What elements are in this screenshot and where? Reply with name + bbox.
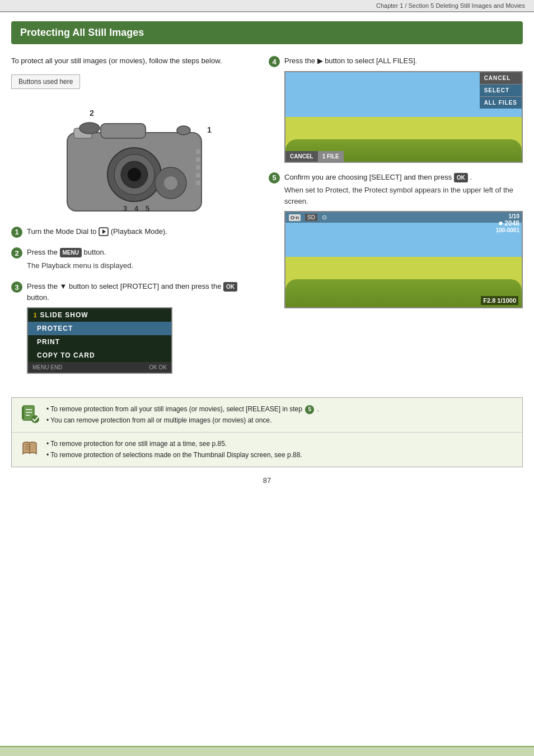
camera-diagram: 1 2 3 4 5 [11, 99, 257, 218]
step-3: 3 Press the ▼ button to select [PROTECT]… [11, 281, 257, 374]
playback-mode-icon-container [99, 227, 111, 236]
step-5-num: 5 [269, 172, 280, 184]
menu-screenshot: 1 SLIDE SHOW PROTECT PRINT [27, 307, 172, 374]
section-title: Protecting All Still Images [11, 21, 523, 44]
buttons-used-box: Buttons used here [11, 74, 80, 89]
top-bar: Chapter 1 / Section 5 Deleting Still Ima… [0, 0, 534, 12]
overlay-right-btns: CANCEL SELECT ALL FILES [480, 72, 522, 109]
ok-ok-label: OK OK [149, 364, 167, 370]
tip-text: • To remove protection from all your sti… [46, 403, 514, 426]
svg-point-15 [164, 176, 177, 190]
svg-point-8 [79, 123, 100, 134]
tip-icon [20, 403, 40, 424]
svg-point-4 [128, 168, 141, 181]
menu-badge: MENU [60, 248, 82, 257]
right-column: 4 Press the ▶ button to select [ALL FILE… [269, 55, 523, 382]
main-content: Protecting All Still Images To protect a… [0, 12, 534, 507]
step-2-sub: The Playback menu is displayed. [27, 260, 257, 271]
svg-text:5: 5 [146, 204, 149, 213]
svg-rect-13 [196, 181, 200, 185]
step-ref-5: 5 [305, 405, 314, 414]
svg-rect-5 [101, 124, 146, 138]
step-1-content: Turn the Mode Dial to (Playback Mode). [27, 226, 257, 240]
notes-section: • To remove protection from all your sti… [11, 397, 523, 467]
cancel-bottom-btn: CANCEL [285, 151, 318, 162]
left-column: To protect all your still images (or mov… [11, 55, 257, 382]
ref-icon [20, 438, 40, 458]
svg-text:3: 3 [123, 204, 127, 213]
menu-row-copy: COPY TO CARD [28, 349, 171, 362]
protect-top-bar: O·n SD ⊙ [285, 212, 522, 223]
step-3-num: 3 [11, 281, 22, 293]
buttons-used-label: Buttons used here [18, 78, 73, 86]
playback-icon [99, 227, 109, 236]
svg-rect-24 [22, 407, 24, 419]
bottom-bar [0, 746, 534, 756]
step-2-content: Press the MENU button. The Playback menu… [27, 247, 257, 273]
step-4-content: Press the ▶ button to select [ALL FILES]… [284, 55, 523, 163]
overlay-bottom-btns: CANCEL 1 FILE [285, 151, 344, 162]
step-4-num: 4 [269, 56, 280, 67]
step-2: 2 Press the MENU button. The Playback me… [11, 247, 257, 273]
all-files-btn: ALL FILES [480, 97, 522, 109]
step-1-num: 1 [11, 227, 22, 238]
menu-row-protect: PROTECT [28, 322, 171, 335]
select-btn: SELECT [480, 84, 522, 97]
page-number: 87 [11, 476, 523, 485]
ref-text: • To remove protection for one still ima… [46, 438, 514, 461]
svg-rect-10 [196, 157, 200, 162]
ok-badge-step3: OK [223, 282, 237, 292]
sd-icon: SD [305, 214, 317, 221]
menu-bottom-bar: MENU END OK OK [28, 362, 171, 373]
menu-row-slideshow: 1 SLIDE SHOW [28, 308, 171, 322]
step-5-photo-container: O·n SD ⊙ 1/10 ■ 2048 100-0001 F2.8 1/100… [284, 211, 523, 308]
note-row-tip: • To remove protection from all your sti… [12, 398, 522, 432]
svg-text:1: 1 [207, 125, 212, 134]
ok-badge-step5: OK [454, 173, 468, 182]
protect-symbol: O·n [289, 214, 301, 221]
svg-point-7 [177, 126, 190, 135]
menu-row-print: PRINT [28, 335, 171, 349]
step-5: 5 Confirm you are choosing [SELECT] and … [269, 172, 523, 309]
chapter-label: Chapter 1 / Section 5 Deleting Still Ima… [376, 2, 525, 9]
step-4: 4 Press the ▶ button to select [ALL FILE… [269, 55, 523, 163]
one-file-btn: 1 FILE [318, 151, 344, 162]
svg-rect-12 [196, 173, 200, 177]
step-4-photo-container: CANCEL SELECT ALL FILES CANCEL 1 FILE [284, 71, 523, 163]
svg-marker-22 [102, 229, 106, 234]
svg-text:4: 4 [134, 204, 139, 213]
exposure-info: F2.8 1/1000 [481, 296, 518, 305]
svg-text:2: 2 [90, 109, 94, 118]
intro-text: To protect all your still images (or mov… [11, 55, 257, 67]
step-1: 1 Turn the Mode Dial to (Playback Mode). [11, 226, 257, 240]
cam-icon: ⊙ [322, 214, 327, 221]
cancel-btn-right: CANCEL [480, 72, 522, 84]
protect-count: 1/10 ■ 2048 100-0001 [496, 213, 519, 233]
step-5-content: Confirm you are choosing [SELECT] and th… [284, 172, 523, 309]
menu-end-label: MENU END [32, 364, 62, 370]
camera-svg: 1 2 3 4 5 [45, 99, 224, 217]
two-col-layout: To protect all your still images (or mov… [11, 55, 523, 382]
step-3-content: Press the ▼ button to select [PROTECT] a… [27, 281, 257, 374]
note-row-ref: • To remove protection for one still ima… [12, 432, 522, 467]
svg-rect-11 [196, 165, 200, 170]
step-5-sub: When set to Protect, the Protect symbol … [284, 185, 523, 206]
svg-rect-9 [196, 149, 200, 154]
step-2-num: 2 [11, 247, 22, 259]
